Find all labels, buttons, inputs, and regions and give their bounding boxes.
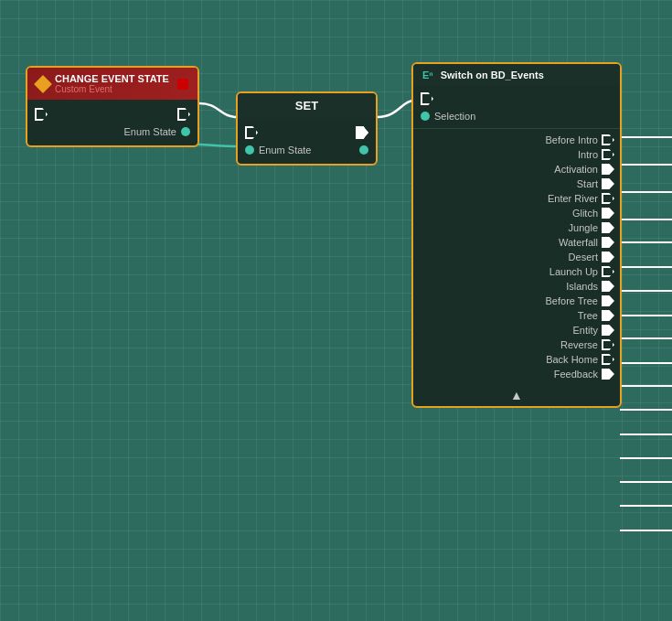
scroll-indicator: ▲	[413, 385, 620, 406]
switch-output-row: Start	[413, 177, 620, 191]
switch-output-pin	[602, 193, 614, 204]
switch-output-label: Start	[577, 178, 598, 189]
switch-output-row: Enter River	[413, 191, 620, 206]
switch-output-row: Glitch	[413, 206, 620, 220]
set-enum-out-pin	[359, 145, 368, 155]
switch-output-label: Entity	[572, 325, 598, 336]
switch-output-row: Waterfall	[413, 235, 620, 250]
switch-output-row: Islands	[413, 279, 620, 294]
switch-output-row: Desert	[413, 250, 620, 264]
switch-output-label: Tree	[578, 310, 598, 321]
set-exec-in-pin	[245, 126, 258, 139]
switch-output-pin	[602, 164, 614, 175]
switch-output-pin	[602, 310, 614, 321]
switch-output-row: Before Tree	[413, 294, 620, 308]
event-exec-out-pin	[177, 108, 190, 121]
event-exec-in-pin	[35, 108, 48, 121]
event-node-header: CHANGE EVENT STATE Custom Event	[27, 68, 197, 100]
set-node-header: SET	[238, 93, 376, 118]
switch-output-row: Feedback	[413, 367, 620, 381]
event-node: CHANGE EVENT STATE Custom Event Enum Sta…	[26, 66, 199, 147]
switch-output-row: Tree	[413, 308, 620, 323]
switch-output-pin	[602, 339, 614, 350]
event-node-subtitle: Custom Event	[55, 84, 169, 94]
switch-output-label: Activation	[554, 164, 598, 175]
switch-output-label: Launch Up	[549, 266, 598, 277]
switch-output-row: Activation	[413, 162, 620, 177]
switch-output-label: Islands	[566, 281, 598, 292]
event-exec-in-row	[35, 105, 190, 123]
switch-output-row: Before Intro	[413, 133, 620, 147]
switch-output-row: Entity	[413, 323, 620, 337]
set-exec-out-pin	[356, 126, 368, 139]
switch-output-pin	[602, 178, 614, 189]
switch-output-label: Intro	[578, 149, 598, 160]
switch-output-pin	[602, 369, 614, 380]
set-node-body: Enum State	[238, 118, 376, 164]
switch-exec-in-row	[421, 90, 613, 108]
event-enum-label: Enum State	[124, 126, 176, 137]
event-node-title: CHANGE EVENT STATE	[55, 73, 169, 84]
switch-output-row: Reverse	[413, 337, 620, 352]
switch-output-row: Launch Up	[413, 264, 620, 279]
switch-node-title: Switch on BD_Events	[441, 70, 544, 80]
switch-output-label: Jungle	[569, 222, 598, 233]
switch-output-pin	[602, 281, 614, 292]
set-exec-row	[245, 123, 368, 142]
switch-selection-pin	[421, 112, 430, 121]
switch-output-pin	[602, 354, 614, 365]
switch-output-label: Glitch	[572, 208, 598, 219]
switch-output-row: Intro	[413, 147, 620, 162]
switch-node-header: Eⁿ Switch on BD_Events	[413, 64, 620, 86]
switch-selection-label: Selection	[434, 111, 475, 122]
switch-output-pin	[602, 134, 614, 145]
switch-inputs: Selection	[413, 86, 620, 129]
close-icon[interactable]	[177, 79, 188, 90]
switch-output-pin	[602, 325, 614, 336]
event-enum-row: Enum State	[35, 123, 190, 140]
event-enum-pin	[181, 127, 190, 136]
switch-output-label: Enter River	[548, 193, 598, 204]
switch-output-label: Back Home	[546, 354, 598, 365]
switch-output-label: Before Intro	[546, 134, 598, 145]
switch-output-pin	[602, 237, 614, 248]
set-node: SET Enum State	[236, 91, 378, 166]
switch-exec-in-pin	[421, 92, 433, 105]
switch-output-row: Back Home	[413, 352, 620, 367]
switch-node: Eⁿ Switch on BD_Events Selection Before …	[411, 62, 622, 408]
switch-output-label: Waterfall	[559, 237, 598, 248]
set-enum-row: Enum State	[245, 142, 368, 158]
switch-output-label: Feedback	[554, 369, 598, 380]
switch-output-pin	[602, 252, 614, 262]
switch-icon: Eⁿ	[422, 70, 433, 80]
set-node-title: SET	[295, 99, 318, 112]
event-node-body: Enum State	[27, 100, 197, 145]
switch-output-pin	[602, 266, 614, 277]
switch-output-label: Desert	[569, 252, 598, 262]
switch-output-label: Reverse	[560, 339, 598, 350]
switch-output-pin	[602, 208, 614, 219]
switch-selection-row: Selection	[421, 108, 613, 124]
switch-output-pin	[602, 295, 614, 306]
diamond-icon	[34, 75, 52, 93]
switch-output-label: Before Tree	[546, 295, 598, 306]
switch-output-pin	[602, 222, 614, 233]
switch-output-row: Jungle	[413, 220, 620, 235]
switch-output-pin	[602, 149, 614, 160]
set-enum-in-pin	[245, 145, 254, 155]
switch-outputs: Before IntroIntroActivationStartEnter Ri…	[413, 129, 620, 385]
set-enum-label: Enum State	[259, 145, 311, 155]
